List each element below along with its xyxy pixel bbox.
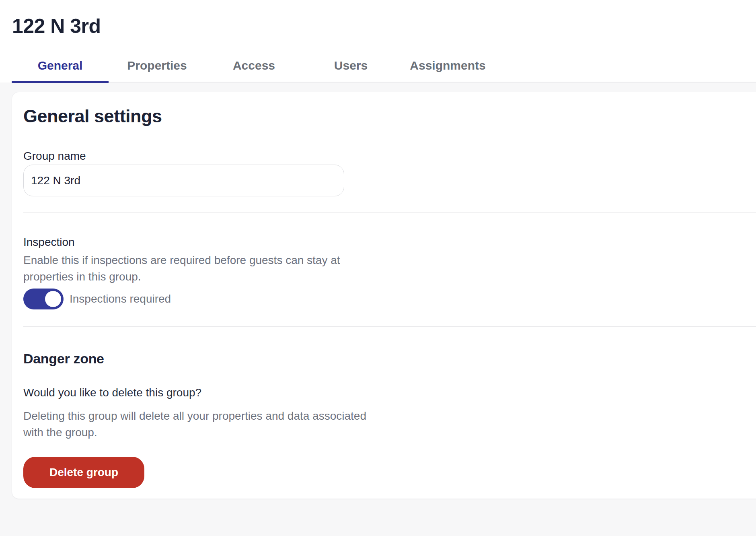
tab-bar: GeneralPropertiesAccessUsersAssignments xyxy=(12,54,756,82)
inspection-toggle-row: Inspections required xyxy=(23,289,756,309)
inspections-required-toggle[interactable] xyxy=(23,289,64,309)
danger-zone-description: Deleting this group will delete all your… xyxy=(23,408,377,441)
tab-assignments[interactable]: Assignments xyxy=(399,54,496,82)
tab-general[interactable]: General xyxy=(12,54,109,82)
tab-properties[interactable]: Properties xyxy=(109,54,205,82)
danger-zone-question: Would you like to delete this group? xyxy=(23,386,756,400)
group-name-label: Group name xyxy=(23,149,756,163)
tab-users[interactable]: Users xyxy=(302,54,399,82)
inspection-heading: Inspection xyxy=(23,235,756,249)
divider xyxy=(23,212,756,213)
group-name-input[interactable] xyxy=(23,165,344,196)
toggle-label: Inspections required xyxy=(70,292,171,306)
danger-zone-heading: Danger zone xyxy=(23,350,756,367)
tab-access[interactable]: Access xyxy=(205,54,302,82)
section-heading-general-settings: General settings xyxy=(23,106,756,127)
toggle-knob xyxy=(45,291,61,307)
general-settings-card: General settings Group name Inspection E… xyxy=(12,92,756,499)
divider xyxy=(23,326,756,327)
inspection-description: Enable this if inspections are required … xyxy=(23,252,361,285)
delete-group-button[interactable]: Delete group xyxy=(23,457,144,488)
page-title: 122 N 3rd xyxy=(12,14,101,38)
